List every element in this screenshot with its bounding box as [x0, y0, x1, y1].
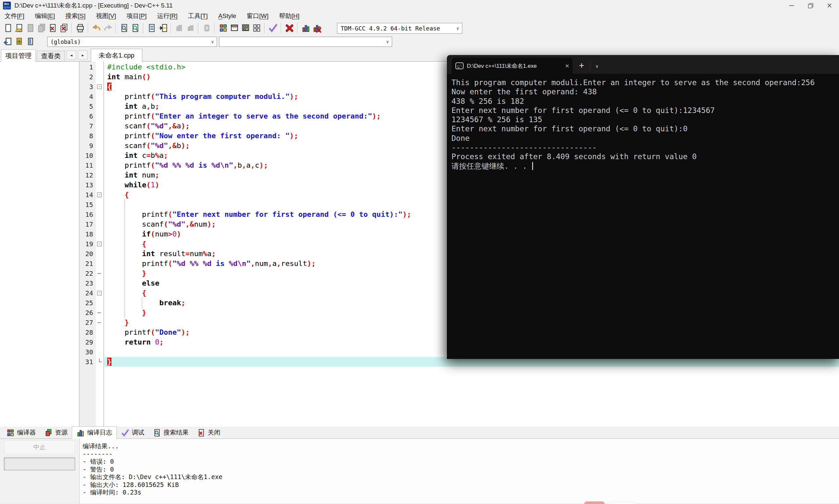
minimize-button[interactable] [782, 0, 801, 11]
close-button[interactable]: × [820, 0, 839, 11]
profile-delete-button[interactable] [311, 22, 323, 34]
line-number[interactable]: 18 [79, 229, 96, 239]
menu-search[interactable]: 搜索[S] [65, 12, 91, 20]
line-number[interactable]: 17 [79, 219, 96, 229]
line-number[interactable]: 19 [79, 239, 96, 249]
menu-project[interactable]: 项目[P] [126, 12, 152, 20]
menu-view[interactable]: 视图[V] [96, 12, 122, 20]
scope-select[interactable]: (globals) ∨ [47, 37, 217, 47]
tab-compiler[interactable]: 编译器 [2, 427, 40, 438]
watch-variables-button[interactable] [201, 22, 212, 34]
line-number[interactable]: 29 [79, 337, 96, 347]
line-number[interactable]: 1 [79, 62, 96, 72]
run-button[interactable] [229, 22, 240, 34]
fold-collapse-icon[interactable]: - [97, 85, 102, 89]
line-number[interactable]: 9 [79, 141, 96, 151]
compiler-select[interactable]: TDM-GCC 4.9.2 64-bit Release ∨ [337, 23, 462, 34]
fold-collapse-icon[interactable]: - [97, 193, 102, 197]
open-file-button[interactable] [14, 22, 25, 34]
menu-window[interactable]: 窗口[W] [247, 12, 275, 20]
terminal-output[interactable]: This program computer moduli.Enter an in… [447, 74, 839, 359]
stop-execution-button[interactable] [284, 22, 295, 34]
redo-button[interactable] [102, 22, 114, 34]
project-panel[interactable] [0, 61, 79, 427]
new-tab-button[interactable]: + [579, 60, 584, 71]
line-number[interactable]: 5 [79, 102, 96, 111]
line-number[interactable]: 11 [79, 160, 96, 170]
menu-help[interactable]: 帮助[H] [279, 12, 305, 20]
profile-button[interactable] [300, 22, 311, 34]
toggle-bookmark-button[interactable] [25, 36, 36, 48]
goto-line-button[interactable] [157, 22, 169, 34]
menu-run[interactable]: 运行[R] [157, 12, 183, 20]
member-select[interactable]: ∨ [219, 37, 392, 47]
terminal-tab-close-icon[interactable]: × [565, 62, 569, 70]
line-number[interactable]: 22 [79, 269, 96, 278]
line-number[interactable]: 3 [79, 82, 96, 92]
fold-collapse-icon[interactable]: - [97, 291, 102, 295]
save-button[interactable] [25, 22, 36, 34]
watch-variables-icon [202, 23, 211, 33]
line-number[interactable]: 4 [79, 92, 96, 102]
line-number[interactable]: 27 [79, 318, 96, 327]
tab-search-results[interactable]: 搜索结果 [149, 427, 193, 438]
compile-and-run-button[interactable] [240, 22, 251, 34]
line-number[interactable]: 30 [79, 347, 96, 357]
line-number[interactable]: 16 [79, 210, 96, 219]
menu-edit[interactable]: 编辑[E] [35, 12, 61, 20]
undo-button[interactable] [91, 22, 102, 34]
restore-button[interactable] [801, 0, 820, 11]
line-number[interactable]: 10 [79, 151, 96, 160]
close-all-button[interactable] [58, 22, 69, 34]
find-in-files-button[interactable] [130, 22, 141, 34]
tab-resources[interactable]: 资源 [40, 427, 72, 438]
step-into-button[interactable] [174, 22, 185, 34]
line-number[interactable]: 12 [79, 170, 96, 180]
find-button[interactable] [119, 22, 130, 34]
line-number[interactable]: 7 [79, 121, 96, 131]
line-number[interactable]: 23 [79, 278, 96, 288]
menu-astyle[interactable]: AStyle [218, 13, 242, 20]
terminal-line: -------------------------------- [451, 143, 839, 152]
abort-button[interactable]: 中止 [4, 440, 75, 454]
line-number[interactable]: 13 [79, 180, 96, 190]
rebuild-all-button[interactable] [251, 22, 262, 34]
tab-debug[interactable]: 调试 [117, 427, 149, 438]
menu-tools[interactable]: 工具[T] [188, 12, 213, 20]
tab-compile-log-label: 编译日志 [87, 428, 112, 437]
save-all-button[interactable] [36, 22, 47, 34]
line-number[interactable]: 28 [79, 327, 96, 337]
line-number[interactable]: 21 [79, 259, 96, 269]
menu-file[interactable]: 文件[F] [5, 12, 30, 20]
close-file-button[interactable] [47, 22, 58, 34]
svg-text:C++: C++ [4, 6, 10, 9]
terminal-tab[interactable]: c:\ D:\Dev c++\111\未命名1.exe × [452, 58, 572, 74]
line-number[interactable]: 20 [79, 249, 96, 259]
step-over-button[interactable] [185, 22, 196, 34]
tab-dropdown-button[interactable]: ∨ [595, 64, 599, 69]
tab-scroll-right-button[interactable]: ▸ [78, 50, 88, 59]
tab-project-manager[interactable]: 项目管理 [1, 50, 36, 61]
line-number[interactable]: 2 [79, 72, 96, 82]
goto-declaration-button[interactable] [3, 36, 14, 48]
add-watch-button[interactable] [14, 36, 25, 48]
compile-button[interactable] [218, 22, 229, 34]
line-number[interactable]: 6 [79, 111, 96, 121]
line-number[interactable]: 24 [79, 288, 96, 298]
line-number[interactable]: 25 [79, 298, 96, 308]
tab-class-browser[interactable]: 查看类 [37, 51, 65, 61]
tab-unnamed1-cpp[interactable]: 未命名1.cpp [91, 49, 142, 61]
line-number[interactable]: 8 [79, 131, 96, 141]
tab-close[interactable]: 关闭 [193, 427, 225, 438]
print-button[interactable] [75, 22, 86, 34]
line-number[interactable]: 14 [79, 190, 96, 200]
syntax-check-button[interactable] [268, 22, 279, 34]
fold-collapse-icon[interactable]: - [97, 242, 102, 246]
new-file-button[interactable] [3, 22, 14, 34]
replace-button[interactable] [146, 22, 157, 34]
line-number[interactable]: 26 [79, 308, 96, 318]
line-number[interactable]: 15 [79, 200, 96, 210]
line-number[interactable]: 31 [79, 357, 96, 367]
tab-compile-log[interactable]: 编译日志 [72, 426, 117, 439]
tab-scroll-left-button[interactable]: ◂ [67, 50, 76, 59]
